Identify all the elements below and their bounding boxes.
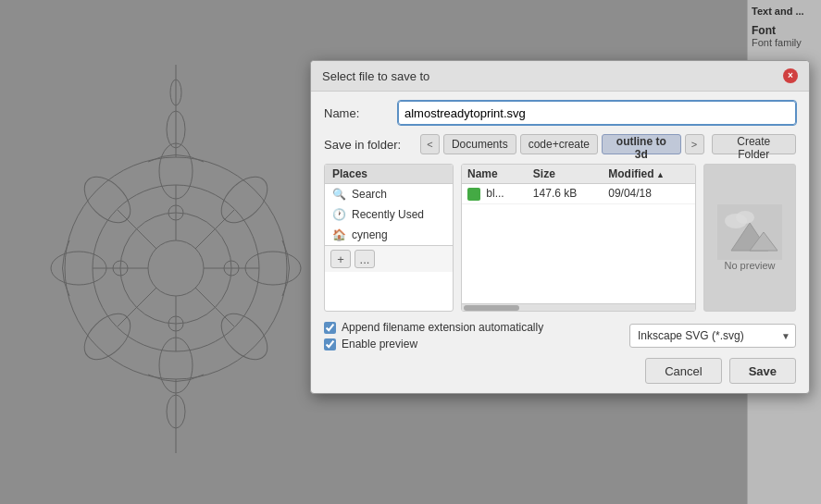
places-item-search[interactable]: 🔍 Search bbox=[325, 184, 453, 204]
format-select-wrapper: Inkscape SVG (*.svg) Plain SVG (*.svg) P… bbox=[629, 324, 796, 348]
places-home-label: cyneng bbox=[352, 228, 388, 241]
file-name-cell: bl... bbox=[462, 184, 528, 204]
append-extension-label: Append filename extension automatically bbox=[342, 321, 543, 334]
save-button[interactable]: Save bbox=[729, 358, 796, 384]
format-select[interactable]: Inkscape SVG (*.svg) Plain SVG (*.svg) P… bbox=[629, 324, 796, 348]
folder-row: Save in folder: < Documents code+create … bbox=[324, 134, 796, 154]
horizontal-scrollbar[interactable] bbox=[462, 303, 695, 311]
filename-input[interactable] bbox=[398, 101, 796, 125]
file-name: bl... bbox=[486, 187, 504, 200]
col-name[interactable]: Name bbox=[462, 165, 528, 184]
places-footer: + ... bbox=[325, 245, 453, 272]
cancel-button[interactable]: Cancel bbox=[645, 358, 721, 384]
file-modified-cell: 09/04/18 bbox=[603, 184, 695, 204]
preview-label: No preview bbox=[724, 260, 775, 271]
file-size-cell: 147.6 kB bbox=[528, 184, 603, 204]
col-modified[interactable]: Modified bbox=[603, 165, 695, 184]
home-icon: 🏠 bbox=[332, 228, 346, 241]
preview-panel: No preview bbox=[703, 164, 796, 312]
places-add-button[interactable]: + bbox=[330, 250, 351, 268]
close-button[interactable]: × bbox=[783, 68, 798, 83]
nav-forward-button[interactable]: > bbox=[685, 134, 704, 154]
checkboxes: Append filename extension automatically … bbox=[324, 321, 543, 350]
name-label: Name: bbox=[324, 106, 398, 120]
svg-point-33 bbox=[736, 211, 754, 224]
scrollbar-thumb bbox=[464, 305, 519, 311]
folder-label: Save in folder: bbox=[324, 138, 417, 152]
dialog-title: Select file to save to bbox=[322, 69, 429, 83]
append-extension-checkbox[interactable] bbox=[324, 322, 336, 334]
action-row: Cancel Save bbox=[324, 358, 796, 384]
create-folder-button[interactable]: Create Folder bbox=[712, 134, 796, 154]
places-item-home[interactable]: 🏠 cyneng bbox=[325, 225, 453, 245]
options-row: Append filename extension automatically … bbox=[324, 321, 796, 350]
preview-image bbox=[717, 204, 782, 260]
dialog-body: Name: Save in folder: < Documents code+c… bbox=[311, 92, 809, 393]
enable-preview-row[interactable]: Enable preview bbox=[324, 338, 543, 350]
file-icon-green bbox=[467, 188, 480, 201]
enable-preview-checkbox[interactable] bbox=[324, 338, 336, 350]
files-table: Name Size Modified bl... 147.6 kB bbox=[462, 165, 695, 204]
places-item-recent[interactable]: 🕐 Recently Used bbox=[325, 204, 453, 225]
name-row: Name: bbox=[324, 101, 796, 125]
nav-back-button[interactable]: < bbox=[420, 134, 440, 154]
breadcrumb-codecreate[interactable]: code+create bbox=[520, 134, 598, 154]
table-row[interactable]: bl... 147.6 kB 09/04/18 bbox=[462, 184, 695, 204]
files-panel[interactable]: Name Size Modified bl... 147.6 kB bbox=[461, 164, 696, 312]
places-header: Places bbox=[325, 165, 453, 184]
enable-preview-label: Enable preview bbox=[342, 338, 417, 350]
save-dialog: Select file to save to × Name: Save in f… bbox=[310, 60, 810, 394]
places-panel: Places 🔍 Search 🕐 Recently Used 🏠 cyneng… bbox=[324, 164, 454, 312]
clock-icon: 🕐 bbox=[332, 208, 346, 221]
append-extension-row[interactable]: Append filename extension automatically bbox=[324, 321, 543, 334]
places-recent-label: Recently Used bbox=[352, 208, 424, 221]
dialog-header: Select file to save to × bbox=[311, 61, 809, 92]
breadcrumb-documents[interactable]: Documents bbox=[443, 134, 516, 154]
search-icon: 🔍 bbox=[332, 188, 346, 201]
col-size[interactable]: Size bbox=[528, 165, 603, 184]
breadcrumb-outline3d[interactable]: outline to 3d bbox=[602, 134, 681, 154]
places-more-button[interactable]: ... bbox=[355, 250, 375, 268]
file-area: Places 🔍 Search 🕐 Recently Used 🏠 cyneng… bbox=[324, 164, 796, 312]
places-search-label: Search bbox=[352, 188, 387, 201]
